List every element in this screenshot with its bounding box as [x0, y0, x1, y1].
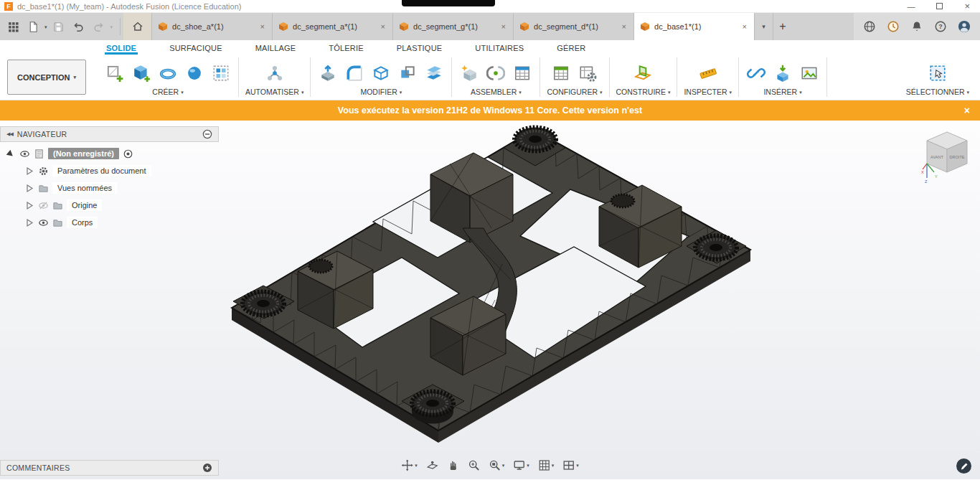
redo-caret-icon[interactable]: ▾	[110, 24, 113, 29]
document-tab[interactable]: dc_segment_a*(1) ×	[273, 13, 393, 40]
notifications-bell-icon[interactable]	[910, 19, 924, 34]
ribbon-tab-surfacique[interactable]: SURFACIQUE	[168, 42, 224, 55]
pan-button[interactable]	[445, 458, 461, 473]
insert-derive-button[interactable]	[772, 62, 793, 84]
document-node-label[interactable]: (Non enregistré)	[48, 148, 119, 159]
home-button[interactable]	[123, 13, 152, 40]
modifier-menu[interactable]: MODIFIER▾	[317, 88, 445, 98]
ribbon-tab-plastique[interactable]: PLASTIQUE	[395, 42, 444, 55]
close-tab-icon[interactable]: ×	[259, 22, 266, 31]
select-button[interactable]	[927, 62, 948, 84]
close-button[interactable]: ×	[964, 3, 970, 10]
panel-minimize-icon[interactable]	[202, 129, 212, 139]
banner-close-icon[interactable]: ×	[964, 105, 970, 116]
look-at-button[interactable]	[424, 458, 440, 473]
save-icon[interactable]	[50, 18, 67, 35]
document-tab[interactable]: dc_segment_g*(1) ×	[393, 13, 514, 40]
shell-button[interactable]	[370, 62, 392, 84]
feedback-status-icon[interactable]	[956, 458, 971, 474]
tree-row-document-settings[interactable]: Paramètres du document	[0, 162, 219, 179]
workspace-selector[interactable]: CONCEPTION▾	[7, 60, 86, 95]
view-cube[interactable]: AVANT DROITE X Z Y	[920, 128, 974, 187]
visibility-off-eye-icon[interactable]	[38, 200, 49, 211]
ribbon-tab-utilitaires[interactable]: UTILITAIRES	[473, 42, 525, 55]
insert-link-button[interactable]	[745, 62, 767, 84]
document-tab[interactable]: dc_shoe_a*(1) ×	[152, 13, 273, 40]
job-status-clock-icon[interactable]	[886, 19, 900, 34]
tree-row-bodies[interactable]: Corps	[0, 214, 219, 231]
inspecter-menu[interactable]: INSPECTER▾	[684, 88, 732, 98]
collapsed-arrow-icon[interactable]	[24, 183, 34, 194]
viewports-button[interactable]: ▾	[560, 458, 581, 473]
ribbon-tab-solide[interactable]: SOLIDE	[105, 42, 138, 55]
expand-comments-icon[interactable]	[202, 463, 212, 473]
visibility-eye-icon[interactable]	[19, 149, 30, 159]
orbit-button[interactable]: ▾	[399, 458, 420, 473]
document-tab-active[interactable]: dc_base1*(1) ×	[634, 13, 755, 40]
collapse-panel-icon[interactable]: ◀◀	[6, 131, 13, 137]
app-grid-icon[interactable]	[4, 18, 22, 35]
tree-row-named-views[interactable]: Vues nommées	[0, 179, 219, 197]
minimize-button[interactable]: —	[907, 3, 915, 10]
zoom-button[interactable]	[466, 458, 482, 473]
automatiser-menu[interactable]: AUTOMATISER▾	[245, 88, 303, 98]
configure-settings-button[interactable]	[577, 62, 598, 84]
user-avatar[interactable]	[957, 19, 971, 34]
tree-item-label[interactable]: Corps	[67, 217, 98, 228]
new-component-button[interactable]	[458, 62, 480, 84]
sphere-button[interactable]	[184, 62, 205, 84]
inserer-menu[interactable]: INSÉRER▾	[745, 88, 820, 98]
help-icon[interactable]: ?	[933, 19, 948, 34]
joint-button[interactable]	[485, 62, 507, 84]
tree-item-label[interactable]: Origine	[67, 199, 102, 211]
combine-button[interactable]	[397, 62, 418, 84]
new-tab-button[interactable]: +	[773, 13, 792, 40]
press-pull-button[interactable]	[317, 62, 339, 84]
construct-plane-button[interactable]	[632, 62, 654, 84]
configuration-button[interactable]	[550, 62, 572, 84]
redo-icon[interactable]	[90, 18, 108, 35]
undo-icon[interactable]	[70, 18, 88, 35]
joint-table-button[interactable]	[512, 62, 533, 84]
maximize-button[interactable]	[936, 3, 943, 9]
grid-snaps-button[interactable]: ▾	[536, 458, 557, 473]
online-status-icon[interactable]	[862, 19, 877, 34]
pattern-button[interactable]	[210, 62, 232, 84]
assembler-menu[interactable]: ASSEMBLER▾	[458, 88, 533, 98]
viewcube-right-label[interactable]: DROITE	[949, 155, 964, 159]
tree-item-label[interactable]: Vues nommées	[52, 182, 117, 194]
split-body-button[interactable]	[423, 62, 445, 84]
revolve-button[interactable]	[157, 62, 179, 84]
collapsed-arrow-icon[interactable]	[24, 217, 34, 228]
close-tab-icon[interactable]: ×	[380, 22, 387, 31]
selectionner-menu[interactable]: SÉLECTIONNER▾	[906, 88, 969, 98]
automate-button[interactable]	[264, 62, 286, 84]
configurer-menu[interactable]: CONFIGURER▾	[547, 88, 602, 98]
file-menu-caret-icon[interactable]: ▾	[44, 24, 47, 29]
close-tab-icon[interactable]: ×	[741, 22, 748, 31]
create-solid-button[interactable]	[131, 62, 152, 84]
comments-panel-header[interactable]: COMMENTAIRES	[0, 460, 219, 476]
tree-row-origin[interactable]: Origine	[0, 197, 219, 214]
expanded-arrow-icon[interactable]	[6, 149, 16, 159]
tab-list-chevron-icon[interactable]: ▾	[755, 13, 773, 40]
display-settings-button[interactable]: ▾	[511, 458, 532, 473]
document-tab[interactable]: dc_segment_d*(1) ×	[514, 13, 634, 40]
ribbon-tab-tolerie[interactable]: TÔLERIE	[327, 42, 364, 55]
fillet-button[interactable]	[344, 62, 365, 84]
construire-menu[interactable]: CONSTRUIRE▾	[616, 88, 671, 98]
collapsed-arrow-icon[interactable]	[24, 200, 34, 211]
viewport-canvas[interactable]: ◀◀ NAVIGATEUR (Non enregistré) Paramètre…	[0, 121, 980, 479]
viewcube-front-label[interactable]: AVANT	[930, 155, 943, 159]
close-tab-icon[interactable]: ×	[500, 22, 507, 31]
fit-button[interactable]: ▾	[486, 458, 507, 473]
insert-image-button[interactable]	[798, 62, 820, 84]
file-menu-icon[interactable]	[24, 18, 42, 35]
collapsed-arrow-icon[interactable]	[24, 166, 34, 177]
activate-component-radio-icon[interactable]	[123, 149, 133, 159]
visibility-eye-icon[interactable]	[38, 217, 49, 228]
creer-menu[interactable]: CRÉER▾	[104, 88, 232, 98]
tree-row-document[interactable]: (Non enregistré)	[0, 145, 219, 162]
ribbon-tab-maillage[interactable]: MAILLAGE	[254, 42, 298, 55]
ribbon-tab-gerer[interactable]: GÉRER	[555, 42, 587, 55]
